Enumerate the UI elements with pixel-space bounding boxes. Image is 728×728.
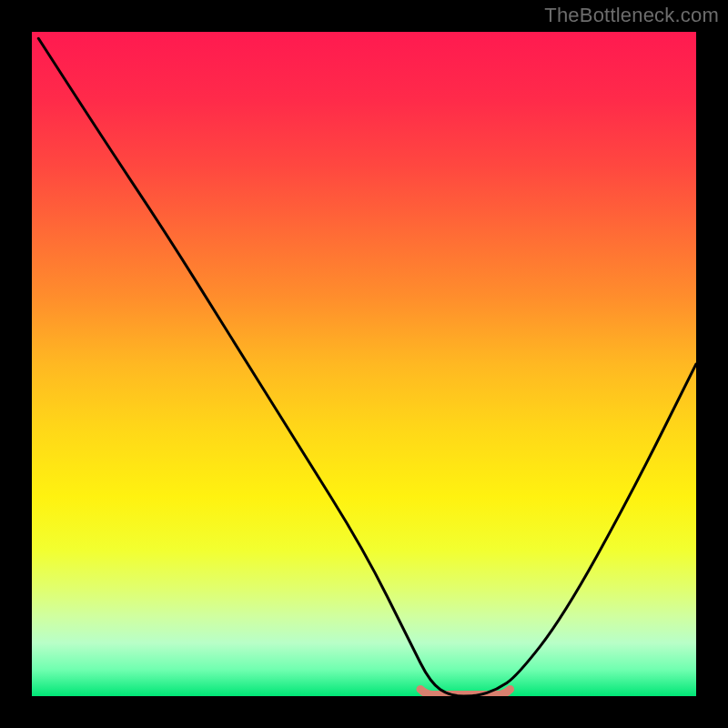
watermark-label: TheBottleneck.com [544,4,719,27]
heat-background [32,32,696,696]
bottleneck-chart [32,32,696,696]
chart-stage: TheBottleneck.com [0,0,728,728]
